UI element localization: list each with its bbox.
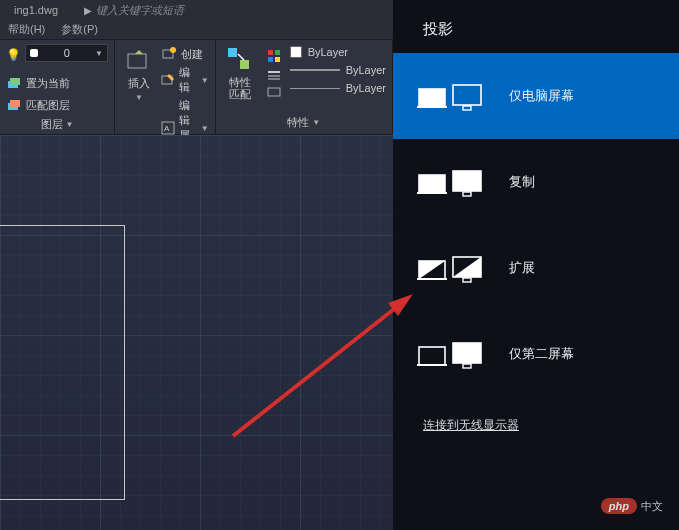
create-button[interactable]: 创建: [161, 46, 209, 62]
svg-rect-11: [240, 60, 249, 69]
svg-rect-31: [463, 278, 471, 282]
option-label: 仅电脑屏幕: [509, 87, 574, 105]
svg-rect-13: [275, 50, 280, 55]
attrs-icon: A: [161, 120, 175, 136]
wireless-display-link[interactable]: 连接到无线显示器: [393, 397, 679, 454]
drawing-canvas[interactable]: [0, 135, 393, 530]
button-label: 插入: [128, 76, 150, 91]
panel-label[interactable]: 特性 ▼: [222, 113, 386, 130]
extend-icon: [417, 251, 483, 285]
panel-properties: 特性 匹配 ByLayer: [216, 40, 393, 134]
chevron-down-icon: ▼: [201, 124, 209, 133]
project-panel: 投影 仅电脑屏幕 复制: [393, 0, 679, 530]
line-icon: [290, 88, 340, 89]
watermark-text: 中文: [641, 499, 663, 514]
pc-only-icon: [417, 79, 483, 113]
project-option-extend[interactable]: 扩展: [393, 225, 679, 311]
svg-rect-22: [453, 85, 481, 105]
file-tab[interactable]: ing1.dwg: [8, 2, 64, 18]
play-icon: ▶: [84, 5, 92, 16]
props-stack-icon: [266, 48, 282, 98]
svg-rect-14: [268, 57, 273, 62]
layers-icon: [6, 75, 22, 91]
svg-rect-19: [268, 88, 280, 96]
panel-label[interactable]: 图层 ▼: [6, 115, 108, 132]
lineweight-dropdown[interactable]: ByLayer: [290, 64, 386, 76]
create-icon: [161, 46, 177, 62]
rectangle-object[interactable]: [0, 225, 125, 500]
props-icon-column[interactable]: [262, 44, 286, 113]
option-label: 复制: [509, 173, 535, 191]
svg-rect-23: [463, 106, 471, 110]
title-bar: ing1.dwg ▶ 键入关键字或短语: [0, 0, 393, 20]
match-props-icon: [226, 46, 254, 74]
button-label: 匹配图层: [26, 98, 70, 113]
svg-rect-10: [228, 48, 237, 57]
panel-title: 投影: [393, 0, 679, 53]
set-current-button[interactable]: 置为当前: [6, 75, 108, 91]
search-placeholder: 键入关键字或短语: [96, 3, 184, 18]
menu-bar: 帮助(H) 参数(P): [0, 20, 393, 40]
svg-text:A: A: [164, 124, 170, 133]
panel-block: 插入 ▼ 创建 编辑 ▼: [115, 40, 216, 134]
button-label: 创建: [181, 47, 203, 62]
project-option-duplicate[interactable]: 复制: [393, 139, 679, 225]
duplicate-icon: [417, 165, 483, 199]
button-label: 置为当前: [26, 76, 70, 91]
edit-icon: [161, 72, 175, 88]
svg-rect-35: [463, 364, 471, 368]
chevron-down-icon: ▼: [312, 118, 320, 127]
svg-rect-12: [268, 50, 273, 55]
svg-rect-32: [419, 347, 445, 365]
svg-rect-26: [453, 171, 481, 191]
chevron-down-icon: ▼: [135, 93, 143, 102]
insert-icon: [125, 46, 153, 74]
color-swatch-icon: [290, 46, 302, 58]
layer-color-swatch: [30, 49, 38, 57]
menu-help[interactable]: 帮助(H): [8, 22, 45, 37]
option-label: 仅第二屏幕: [509, 345, 574, 363]
svg-rect-4: [128, 54, 146, 68]
dropdown-value: ByLayer: [346, 64, 386, 76]
option-label: 扩展: [509, 259, 535, 277]
svg-rect-34: [453, 343, 481, 363]
svg-point-6: [170, 47, 176, 53]
ribbon: 💡 0 ▼ 置为当前 匹配图: [0, 40, 393, 135]
svg-rect-3: [10, 100, 20, 107]
svg-rect-27: [463, 192, 471, 196]
layer-name: 0: [64, 47, 70, 59]
menu-params[interactable]: 参数(P): [61, 22, 98, 37]
cad-app: ing1.dwg ▶ 键入关键字或短语 帮助(H) 参数(P) 💡 0 ▼: [0, 0, 393, 530]
svg-rect-1: [10, 78, 20, 85]
lightbulb-icon: 💡: [6, 47, 21, 63]
svg-rect-24: [419, 175, 445, 193]
layers-icon: [6, 97, 22, 113]
dropdown-value: ByLayer: [346, 82, 386, 94]
quick-search[interactable]: ▶ 键入关键字或短语: [84, 3, 184, 18]
dropdown-value: ByLayer: [308, 46, 348, 58]
color-dropdown[interactable]: ByLayer: [290, 46, 386, 58]
match-props-button[interactable]: 特性 匹配: [222, 44, 258, 113]
project-option-pc-only[interactable]: 仅电脑屏幕: [393, 53, 679, 139]
chevron-down-icon: ▼: [201, 76, 209, 85]
second-only-icon: [417, 337, 483, 371]
match-layer-button[interactable]: 匹配图层: [6, 97, 108, 113]
line-icon: [290, 69, 340, 71]
project-option-second-only[interactable]: 仅第二屏幕: [393, 311, 679, 397]
layer-dropdown[interactable]: 0 ▼: [25, 44, 108, 62]
chevron-down-icon: ▼: [66, 120, 74, 129]
watermark: php 中文: [601, 498, 663, 514]
button-label: 编辑: [179, 65, 197, 95]
svg-rect-20: [419, 89, 445, 107]
chevron-down-icon: ▼: [95, 49, 103, 58]
watermark-brand: php: [601, 498, 637, 514]
button-label: 特性 匹配: [229, 76, 251, 100]
linetype-dropdown[interactable]: ByLayer: [290, 82, 386, 94]
panel-layer: 💡 0 ▼ 置为当前 匹配图: [0, 40, 115, 134]
svg-rect-15: [275, 57, 280, 62]
edit-button[interactable]: 编辑 ▼: [161, 65, 209, 95]
